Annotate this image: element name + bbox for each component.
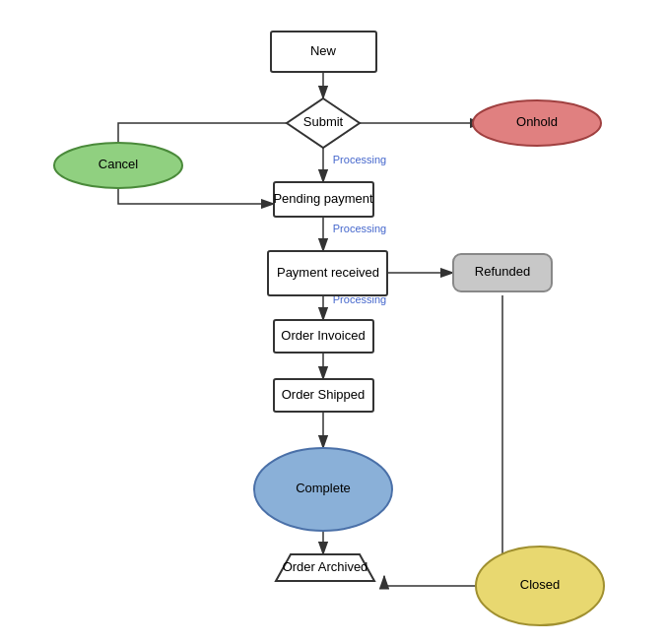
refunded-label: Refunded xyxy=(475,264,530,279)
processing-label-1: Processing xyxy=(333,154,386,165)
new-label: New xyxy=(310,43,337,58)
closed-label: Closed xyxy=(520,577,560,592)
complete-label: Complete xyxy=(296,481,351,495)
order-shipped-label: Order Shipped xyxy=(282,387,366,402)
arrow-cancel-pending xyxy=(118,185,274,204)
pending-payment-label: Pending payment xyxy=(273,191,373,206)
order-invoiced-label: Order Invoiced xyxy=(281,328,365,343)
order-archived-label: Order Archived xyxy=(283,559,368,574)
onhold-label: Onhold xyxy=(516,114,558,129)
submit-label: Submit xyxy=(303,114,344,129)
payment-received-label: Payment received xyxy=(277,265,379,280)
processing-label-2: Processing xyxy=(333,223,386,234)
cancel-label: Cancel xyxy=(99,157,139,171)
arrow-closed-archived xyxy=(384,576,483,586)
